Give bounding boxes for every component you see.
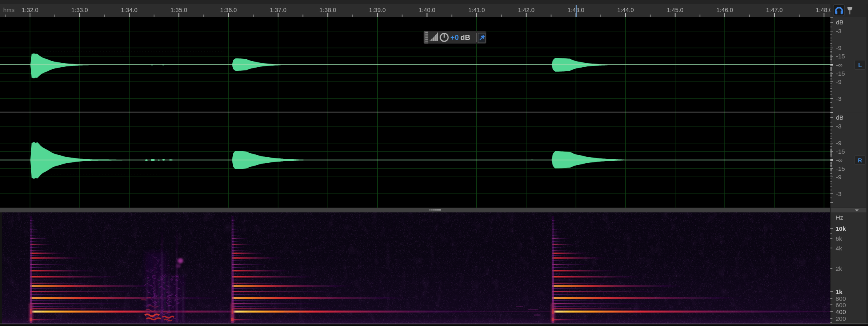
svg-text:dB: dB [460, 33, 470, 42]
svg-text:600: 600 [836, 302, 846, 308]
svg-text:1:38.0: 1:38.0 [320, 6, 336, 13]
svg-text:1:33.0: 1:33.0 [71, 6, 88, 13]
svg-text:1:32.0: 1:32.0 [22, 6, 38, 13]
svg-text:hms: hms [3, 6, 14, 13]
svg-text:1:34.0: 1:34.0 [121, 6, 138, 13]
svg-text:1:35.0: 1:35.0 [170, 6, 187, 13]
svg-text:400: 400 [836, 308, 846, 315]
svg-text:1:36.0: 1:36.0 [220, 6, 237, 13]
svg-text:10k: 10k [836, 225, 846, 232]
svg-text:2k: 2k [836, 265, 842, 272]
svg-text:1:39.0: 1:39.0 [369, 6, 386, 13]
svg-text:1:47.0: 1:47.0 [766, 6, 783, 13]
svg-text:dB: dB [836, 19, 844, 26]
svg-text:-15: -15 [836, 165, 845, 172]
svg-text:-15: -15 [836, 148, 845, 155]
svg-text:1:37.0: 1:37.0 [270, 6, 286, 13]
svg-text:6k: 6k [836, 235, 842, 242]
svg-text:L: L [858, 62, 862, 68]
svg-text:-9: -9 [836, 174, 842, 180]
svg-text:1:44.0: 1:44.0 [617, 6, 634, 13]
svg-text:-∞: -∞ [836, 62, 842, 68]
svg-text:1k: 1k [836, 288, 843, 295]
svg-text:-15: -15 [836, 70, 845, 77]
svg-text:-9: -9 [836, 78, 842, 85]
svg-text:1:46.0: 1:46.0 [716, 6, 733, 13]
svg-text:+0: +0 [450, 33, 459, 42]
svg-text:1:42.0: 1:42.0 [518, 6, 535, 13]
svg-text:200: 200 [836, 315, 846, 322]
svg-text:dB: dB [836, 114, 844, 121]
svg-text:-3: -3 [836, 28, 842, 34]
svg-text:-9: -9 [836, 44, 842, 51]
svg-text:-3: -3 [836, 190, 842, 197]
svg-text:1:41.0: 1:41.0 [468, 6, 485, 13]
svg-text:R: R [858, 157, 862, 164]
svg-text:Hz: Hz [836, 214, 843, 221]
svg-text:1:45.0: 1:45.0 [667, 6, 684, 13]
svg-text:1:48.0: 1:48.0 [816, 6, 832, 13]
svg-text:4k: 4k [836, 245, 842, 252]
svg-text:-3: -3 [836, 95, 842, 102]
svg-text:-∞: -∞ [836, 157, 842, 164]
svg-text:1:40.0: 1:40.0 [419, 6, 436, 13]
svg-text:800: 800 [836, 295, 846, 302]
svg-text:-15: -15 [836, 53, 845, 60]
svg-text:-3: -3 [836, 123, 842, 130]
svg-text:-9: -9 [836, 140, 842, 146]
